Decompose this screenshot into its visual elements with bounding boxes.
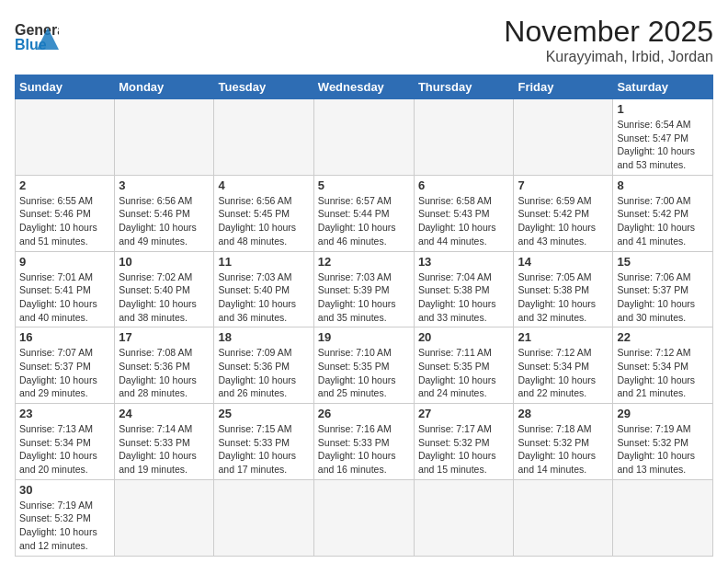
day-info: Sunrise: 7:01 AM Sunset: 5:41 PM Dayligh… (19, 270, 110, 325)
day-cell: 23Sunrise: 7:13 AM Sunset: 5:34 PM Dayli… (16, 404, 115, 480)
weekday-header-row: SundayMondayTuesdayWednesdayThursdayFrid… (16, 75, 713, 99)
day-number: 23 (19, 407, 110, 420)
day-number: 22 (617, 330, 709, 344)
week-row-5: 23Sunrise: 7:13 AM Sunset: 5:34 PM Dayli… (16, 404, 713, 480)
day-number: 8 (617, 178, 709, 192)
weekday-header-tuesday: Tuesday (214, 75, 313, 99)
day-cell: 20Sunrise: 7:11 AM Sunset: 5:35 PM Dayli… (414, 327, 514, 404)
day-info: Sunrise: 7:17 AM Sunset: 5:32 PM Dayligh… (418, 422, 510, 477)
day-info: Sunrise: 7:19 AM Sunset: 5:32 PM Dayligh… (617, 422, 709, 477)
day-cell: 3Sunrise: 6:56 AM Sunset: 5:46 PM Daylig… (115, 175, 214, 251)
weekday-header-thursday: Thursday (414, 75, 514, 99)
day-info: Sunrise: 6:55 AM Sunset: 5:46 PM Dayligh… (19, 194, 110, 248)
day-number: 17 (119, 330, 210, 344)
day-info: Sunrise: 7:09 AM Sunset: 5:36 PM Dayligh… (218, 346, 309, 400)
week-row-6: 30Sunrise: 7:19 AM Sunset: 5:32 PM Dayli… (16, 479, 713, 556)
day-cell: 17Sunrise: 7:08 AM Sunset: 5:36 PM Dayli… (115, 327, 214, 404)
week-row-4: 16Sunrise: 7:07 AM Sunset: 5:37 PM Dayli… (16, 327, 713, 404)
header: General Blue November 2025 Kurayyimah, I… (15, 15, 713, 65)
day-info: Sunrise: 7:00 AM Sunset: 5:42 PM Dayligh… (617, 194, 709, 248)
weekday-header-saturday: Saturday (613, 75, 713, 99)
day-cell: 2Sunrise: 6:55 AM Sunset: 5:46 PM Daylig… (16, 175, 115, 251)
month-year-title: November 2025 (504, 15, 713, 49)
day-number: 21 (518, 330, 609, 344)
day-cell: 19Sunrise: 7:10 AM Sunset: 5:35 PM Dayli… (313, 327, 414, 404)
day-cell: 6Sunrise: 6:58 AM Sunset: 5:43 PM Daylig… (414, 175, 514, 251)
day-cell (115, 99, 214, 176)
day-info: Sunrise: 7:15 AM Sunset: 5:33 PM Dayligh… (218, 422, 309, 477)
day-number: 5 (318, 178, 410, 192)
day-info: Sunrise: 7:05 AM Sunset: 5:38 PM Dayligh… (518, 270, 609, 325)
day-cell: 25Sunrise: 7:15 AM Sunset: 5:33 PM Dayli… (214, 404, 313, 480)
day-cell: 1Sunrise: 6:54 AM Sunset: 5:47 PM Daylig… (613, 99, 713, 176)
day-info: Sunrise: 7:03 AM Sunset: 5:40 PM Dayligh… (218, 270, 309, 325)
day-number: 30 (19, 483, 110, 497)
day-cell: 5Sunrise: 6:57 AM Sunset: 5:44 PM Daylig… (313, 175, 414, 251)
day-cell: 16Sunrise: 7:07 AM Sunset: 5:37 PM Dayli… (16, 327, 115, 404)
day-cell (214, 479, 313, 556)
day-info: Sunrise: 7:19 AM Sunset: 5:32 PM Dayligh… (19, 499, 110, 553)
day-number: 7 (518, 178, 609, 192)
day-info: Sunrise: 7:12 AM Sunset: 5:34 PM Dayligh… (617, 346, 709, 400)
day-info: Sunrise: 7:07 AM Sunset: 5:37 PM Dayligh… (19, 346, 110, 400)
day-cell: 26Sunrise: 7:16 AM Sunset: 5:33 PM Dayli… (313, 404, 414, 480)
day-info: Sunrise: 7:10 AM Sunset: 5:35 PM Dayligh… (318, 346, 410, 400)
day-number: 2 (19, 178, 110, 192)
day-info: Sunrise: 6:59 AM Sunset: 5:42 PM Dayligh… (518, 194, 609, 248)
day-cell (613, 479, 713, 556)
day-cell: 22Sunrise: 7:12 AM Sunset: 5:34 PM Dayli… (613, 327, 713, 404)
day-number: 11 (218, 255, 309, 269)
day-cell: 13Sunrise: 7:04 AM Sunset: 5:38 PM Dayli… (414, 251, 514, 327)
day-number: 14 (518, 255, 609, 269)
day-number: 3 (119, 178, 210, 192)
day-cell: 30Sunrise: 7:19 AM Sunset: 5:32 PM Dayli… (16, 479, 115, 556)
day-cell (313, 479, 414, 556)
day-number: 6 (418, 178, 510, 192)
day-cell (16, 99, 115, 176)
day-number: 18 (218, 330, 309, 344)
day-info: Sunrise: 7:04 AM Sunset: 5:38 PM Dayligh… (418, 270, 510, 325)
day-cell (414, 479, 514, 556)
day-number: 19 (318, 330, 410, 344)
weekday-header-wednesday: Wednesday (313, 75, 414, 99)
day-info: Sunrise: 6:56 AM Sunset: 5:45 PM Dayligh… (218, 194, 309, 248)
title-block: November 2025 Kurayyimah, Irbid, Jordan (504, 15, 713, 65)
calendar-table: SundayMondayTuesdayWednesdayThursdayFrid… (15, 75, 713, 557)
day-cell: 24Sunrise: 7:14 AM Sunset: 5:33 PM Dayli… (115, 404, 214, 480)
day-cell (214, 99, 313, 176)
day-cell: 28Sunrise: 7:18 AM Sunset: 5:32 PM Dayli… (514, 404, 613, 480)
day-cell: 18Sunrise: 7:09 AM Sunset: 5:36 PM Dayli… (214, 327, 313, 404)
day-number: 9 (19, 255, 110, 269)
day-info: Sunrise: 6:57 AM Sunset: 5:44 PM Dayligh… (318, 194, 410, 248)
day-cell: 9Sunrise: 7:01 AM Sunset: 5:41 PM Daylig… (16, 251, 115, 327)
day-info: Sunrise: 7:06 AM Sunset: 5:37 PM Dayligh… (617, 270, 709, 325)
day-cell (514, 99, 613, 176)
day-number: 25 (218, 407, 309, 420)
logo: General Blue (15, 15, 59, 59)
day-info: Sunrise: 7:14 AM Sunset: 5:33 PM Dayligh… (119, 422, 210, 477)
logo-icon: General Blue (15, 15, 59, 59)
day-number: 13 (418, 255, 510, 269)
day-number: 20 (418, 330, 510, 344)
day-cell: 21Sunrise: 7:12 AM Sunset: 5:34 PM Dayli… (514, 327, 613, 404)
day-cell (313, 99, 414, 176)
day-cell: 12Sunrise: 7:03 AM Sunset: 5:39 PM Dayli… (313, 251, 414, 327)
day-info: Sunrise: 7:08 AM Sunset: 5:36 PM Dayligh… (119, 346, 210, 400)
day-info: Sunrise: 7:02 AM Sunset: 5:40 PM Dayligh… (119, 270, 210, 325)
day-number: 26 (318, 407, 410, 420)
day-cell: 27Sunrise: 7:17 AM Sunset: 5:32 PM Dayli… (414, 404, 514, 480)
week-row-1: 1Sunrise: 6:54 AM Sunset: 5:47 PM Daylig… (16, 99, 713, 176)
day-info: Sunrise: 6:56 AM Sunset: 5:46 PM Dayligh… (119, 194, 210, 248)
day-cell (514, 479, 613, 556)
day-info: Sunrise: 7:13 AM Sunset: 5:34 PM Dayligh… (19, 422, 110, 477)
weekday-header-sunday: Sunday (16, 75, 115, 99)
day-number: 29 (617, 407, 709, 420)
day-number: 15 (617, 255, 709, 269)
day-number: 27 (418, 407, 510, 420)
day-cell (115, 479, 214, 556)
day-info: Sunrise: 7:12 AM Sunset: 5:34 PM Dayligh… (518, 346, 609, 400)
location-subtitle: Kurayyimah, Irbid, Jordan (504, 49, 713, 65)
day-cell: 10Sunrise: 7:02 AM Sunset: 5:40 PM Dayli… (115, 251, 214, 327)
day-cell: 15Sunrise: 7:06 AM Sunset: 5:37 PM Dayli… (613, 251, 713, 327)
day-cell: 4Sunrise: 6:56 AM Sunset: 5:45 PM Daylig… (214, 175, 313, 251)
